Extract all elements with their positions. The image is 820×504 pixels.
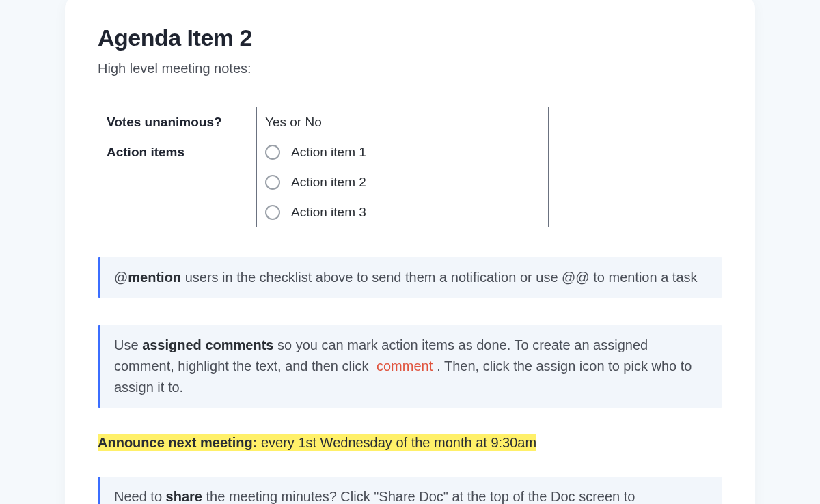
assigned-comments-callout: Use assigned comments so you can mark ac…	[98, 325, 722, 408]
agenda-table: Votes unanimous? Yes or No Action items …	[98, 107, 549, 227]
action-item-text: Action item 3	[291, 205, 366, 220]
action-items-label: Action items	[98, 137, 257, 167]
table-row: Votes unanimous? Yes or No	[98, 107, 549, 137]
callout-text: Need to	[114, 489, 166, 504]
agenda-heading: Agenda Item 2	[98, 25, 722, 51]
action-item-text: Action item 1	[291, 145, 366, 160]
document-page: Agenda Item 2 High level meeting notes: …	[65, 0, 755, 504]
callout-bold: share	[166, 489, 202, 504]
comment-pill[interactable]: comment	[372, 356, 437, 377]
callout-bold: assigned comments	[142, 337, 273, 352]
action-item-cell[interactable]: Action item 1	[257, 137, 549, 167]
mention-callout: @mention users in the checklist above to…	[98, 257, 722, 298]
empty-cell	[98, 167, 257, 197]
checkbox-icon[interactable]	[265, 145, 280, 160]
votes-label: Votes unanimous?	[98, 107, 257, 137]
share-callout: Need to share the meeting minutes? Click…	[98, 477, 722, 504]
agenda-subtitle: High level meeting notes:	[98, 61, 722, 76]
callout-bold: mention	[128, 270, 181, 285]
callout-text: the meeting minutes? Click "Share Doc" a…	[202, 489, 635, 504]
announce-line: Announce next meeting: every 1st Wednesd…	[98, 435, 722, 451]
announce-bold: Announce next meeting:	[98, 435, 257, 450]
action-item-cell[interactable]: Action item 2	[257, 167, 549, 197]
empty-cell	[98, 197, 257, 227]
callout-text: Use	[114, 337, 142, 352]
table-row: Action item 2	[98, 167, 549, 197]
callout-text: users in the checklist above to send the…	[181, 270, 697, 285]
table-row: Action item 3	[98, 197, 549, 227]
votes-value[interactable]: Yes or No	[257, 107, 549, 137]
checkbox-icon[interactable]	[265, 175, 280, 190]
checkbox-icon[interactable]	[265, 205, 280, 220]
action-item-cell[interactable]: Action item 3	[257, 197, 549, 227]
action-item-text: Action item 2	[291, 175, 366, 190]
table-row: Action items Action item 1	[98, 137, 549, 167]
announce-text: every 1st Wednesday of the month at 9:30…	[257, 435, 536, 450]
callout-text: @	[114, 270, 128, 285]
